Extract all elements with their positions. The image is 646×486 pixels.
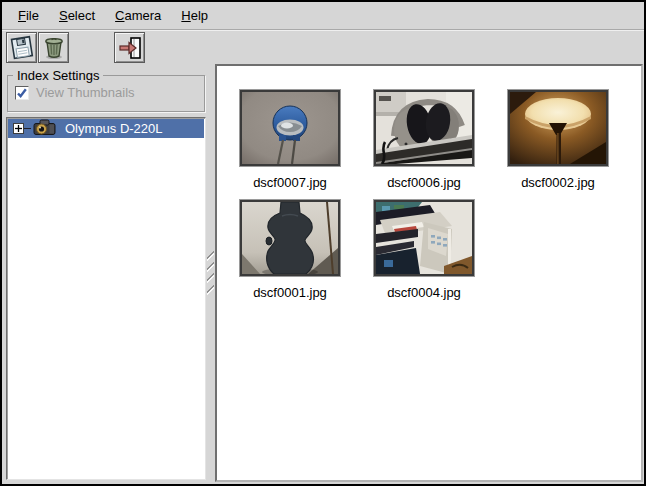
delete-button[interactable] [38,32,69,63]
thumbnail-item[interactable]: dscf0001.jpg [223,200,357,300]
thumbnail-image-dscf0007[interactable] [240,90,340,166]
thumbnail-filename: dscf0001.jpg [253,285,327,300]
thumbnail-panel: dscf0007.jpg [215,64,643,482]
thumbnail-image-dscf0006[interactable] [374,90,474,166]
thumbnail-image-dscf0002[interactable] [508,90,608,166]
thumbnail-item[interactable]: dscf0007.jpg [223,90,357,190]
menubar: File Select Camera Help [2,2,644,30]
menu-help-rest: elp [191,8,208,23]
thumbnail-grid: dscf0007.jpg [217,66,641,310]
checkmark-icon [16,87,28,99]
expander-plus-icon[interactable] [13,123,24,134]
thumbnail-item[interactable]: dscf0006.jpg [357,90,491,190]
menu-camera-mnemonic: C [115,8,124,23]
floppy-disk-icon [9,35,35,61]
pane-splitter[interactable] [206,64,215,482]
menu-camera[interactable]: Camera [105,5,171,26]
index-settings-frame: Index Settings View Thumbnails [7,75,205,112]
thumbnail-filename: dscf0007.jpg [253,175,327,190]
thumbnail-item[interactable]: dscf0002.jpg [491,90,625,190]
tree-row-olympus[interactable]: Olympus D-220L [8,119,204,138]
menu-select[interactable]: Select [49,5,105,26]
index-settings-title: Index Settings [13,68,103,83]
thumbnail-filename: dscf0002.jpg [521,175,595,190]
thumbnail-filename: dscf0006.jpg [387,175,461,190]
menu-camera-rest: amera [125,8,162,23]
trash-can-icon [41,35,67,61]
menu-file-rest: ile [26,8,39,23]
camera-icon [32,119,58,139]
thumbnail-item[interactable]: dscf0004.jpg [357,200,491,300]
menu-file[interactable]: File [8,5,49,26]
save-button[interactable] [6,32,37,63]
tree-item-label: Olympus D-220L [65,121,163,136]
view-thumbnails-label: View Thumbnails [36,85,135,100]
exit-button[interactable] [114,32,145,63]
view-thumbnails-row[interactable]: View Thumbnails [15,85,204,100]
thumbnail-image-dscf0004[interactable] [374,200,474,276]
camera-tree: Olympus D-220L [6,117,206,480]
thumbnail-filename: dscf0004.jpg [387,285,461,300]
exit-door-icon [117,35,143,61]
menu-select-rest: elect [68,8,95,23]
view-thumbnails-checkbox[interactable] [15,86,29,100]
tree-branch-line [24,128,31,129]
menu-file-mnemonic: F [18,8,26,23]
thumbnail-image-dscf0001[interactable] [240,200,340,276]
splitter-grip-icon[interactable] [207,250,214,296]
menu-select-mnemonic: S [59,8,68,23]
menu-help[interactable]: Help [171,5,218,26]
menu-help-mnemonic: H [181,8,190,23]
gtkam-window: File Select Camera Help [0,0,646,486]
